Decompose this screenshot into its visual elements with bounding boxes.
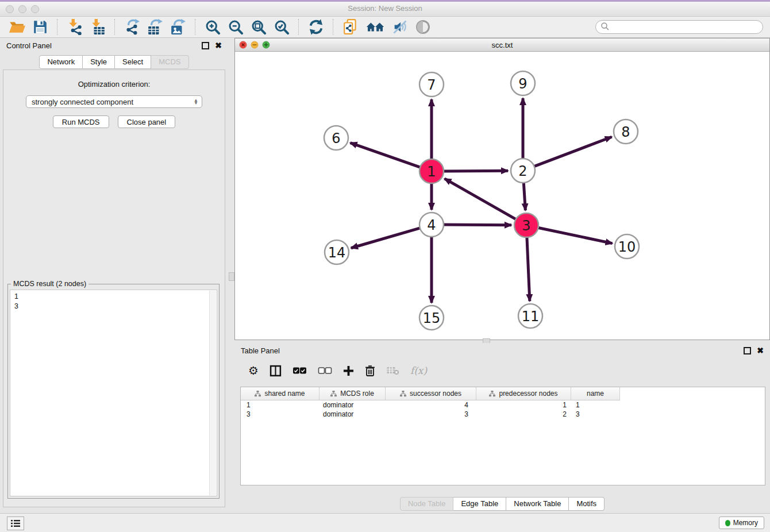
graphics-details-icon[interactable] (390, 18, 410, 36)
run-mcds-button[interactable]: Run MCDS (53, 115, 109, 128)
status-bar: Memory (0, 513, 770, 532)
table-row[interactable]: 1 dominator 4 1 1 (241, 400, 765, 410)
graph-node-label: 14 (328, 245, 346, 261)
toolbar-separator (114, 19, 116, 35)
close-table-panel-icon[interactable]: ✖ (757, 346, 764, 354)
graph-edge-1-2[interactable] (442, 171, 508, 171)
graph-node-label: 1 (427, 164, 436, 180)
tab-node-table[interactable]: Node Table (400, 497, 454, 511)
open-icon[interactable] (7, 18, 28, 36)
search-box[interactable] (595, 20, 763, 34)
save-icon[interactable] (30, 18, 51, 36)
float-table-panel-icon[interactable] (744, 347, 751, 354)
tab-mcds[interactable]: MCDS (151, 55, 188, 69)
vertical-splitter-grip[interactable] (229, 272, 234, 281)
unselect-all-columns-icon[interactable] (318, 367, 332, 375)
graph-edge-2-3[interactable] (523, 181, 525, 210)
mcds-tab-content: Optimization criterion: strongly connect… (3, 70, 225, 507)
criterion-value: strongly connected component (32, 98, 194, 106)
tab-network[interactable]: Network (39, 55, 83, 69)
export-image-icon[interactable] (168, 18, 188, 36)
memory-button[interactable]: Memory (719, 516, 764, 529)
graph-node-label: 2 (518, 163, 527, 179)
memory-label: Memory (733, 519, 758, 527)
birds-eye-view-icon[interactable] (413, 18, 433, 36)
list-icon (11, 520, 20, 527)
graph-edge-4-14[interactable] (351, 228, 422, 248)
zoom-out-icon[interactable] (225, 18, 246, 36)
control-panel-header: Control Panel ✖ (0, 38, 228, 53)
toolbar-separator (333, 19, 334, 35)
close-panel-icon[interactable]: ✖ (215, 41, 222, 49)
search-icon (600, 22, 610, 33)
table-header-row: shared name MCDS role successor nodes pr… (241, 387, 620, 400)
add-column-icon[interactable] (343, 365, 354, 376)
export-table-icon[interactable] (145, 18, 165, 36)
home-icon[interactable] (363, 18, 387, 36)
toolbar-separator (57, 19, 58, 35)
import-table-icon[interactable] (87, 18, 108, 36)
float-panel-icon[interactable] (202, 42, 209, 49)
tab-select[interactable]: Select (115, 55, 151, 69)
application-window: Session: New Session (0, 0, 770, 532)
graph-node-label: 7 (427, 77, 436, 93)
optimization-criterion-label: Optimization criterion: (3, 80, 225, 88)
column-header-name[interactable]: name (571, 387, 620, 400)
window-title: Session: New Session (0, 4, 770, 13)
graph-edge-3-11[interactable] (527, 236, 530, 301)
mcds-result-area[interactable]: 1 3 (10, 290, 217, 496)
export-network-icon[interactable] (122, 18, 143, 36)
function-builder-icon: f(x) (410, 365, 427, 376)
zoom-selected-icon[interactable] (271, 18, 292, 36)
criterion-select[interactable]: strongly connected component ▲▼ (26, 95, 202, 108)
graph-edge-2-8[interactable] (533, 137, 612, 167)
mcds-result-box: MCDS result (2 nodes) 1 3 (7, 284, 220, 499)
tab-style[interactable]: Style (83, 55, 115, 69)
select-all-columns-icon[interactable] (292, 367, 307, 375)
table-row[interactable]: 3 dominator 3 2 3 (241, 410, 765, 419)
node-table: shared name MCDS role successor nodes pr… (240, 387, 765, 485)
table-toolbar: ⚙ f(x) (241, 359, 765, 382)
network-window-controls[interactable] (239, 41, 274, 49)
graph-edge-3-10[interactable] (537, 228, 613, 244)
graph-edge-1-6[interactable] (351, 143, 422, 168)
column-header-mcds-role[interactable]: MCDS role (319, 387, 386, 400)
refresh-icon[interactable] (306, 18, 326, 36)
graph-node-label: 15 (423, 310, 441, 326)
memory-status-icon (725, 520, 730, 526)
column-header-predecessor-nodes[interactable]: predecessor nodes (476, 387, 571, 400)
network-graph[interactable]: 7968124314101511 (235, 51, 769, 340)
result-scrollbar[interactable] (209, 291, 216, 495)
graph-edge-3-1[interactable] (445, 179, 518, 220)
graph-edge-4-3[interactable] (442, 225, 511, 225)
control-panel-title: Control Panel (6, 41, 52, 50)
graph-node-label: 3 (522, 218, 530, 234)
zoom-fit-icon[interactable] (248, 18, 269, 36)
delete-table-icon (386, 366, 399, 375)
import-network-icon[interactable] (64, 18, 85, 36)
result-line: 1 (14, 292, 213, 302)
table-panel: Table Panel ✖ ⚙ (234, 343, 770, 497)
result-line: 3 (14, 302, 213, 311)
close-panel-button[interactable]: Close panel (118, 115, 176, 128)
network-window-title: scc.txt (492, 41, 513, 49)
table-panel-header: Table Panel ✖ (234, 343, 770, 358)
duplicate-network-view-icon[interactable] (340, 18, 361, 36)
delete-columns-icon[interactable] (365, 365, 375, 376)
mcds-result-title: MCDS result (2 nodes) (11, 280, 88, 288)
table-tabs: Node Table Edge Table Network Table Moti… (234, 497, 770, 511)
graph-node-label: 9 (518, 76, 527, 92)
graph-node-label: 10 (618, 239, 636, 255)
table-options-icon[interactable]: ⚙ (248, 365, 259, 376)
show-columns-icon[interactable] (270, 365, 282, 377)
search-input[interactable] (612, 22, 758, 32)
tab-motifs[interactable]: Motifs (569, 497, 605, 511)
network-canvas[interactable]: 7968124314101511 (235, 51, 769, 340)
zoom-in-icon[interactable] (202, 18, 223, 36)
tab-network-table[interactable]: Network Table (506, 497, 569, 511)
tab-edge-table[interactable]: Edge Table (453, 497, 506, 511)
column-header-successor-nodes[interactable]: successor nodes (386, 387, 476, 400)
task-history-button[interactable] (7, 516, 24, 530)
column-header-shared-name[interactable]: shared name (241, 387, 319, 400)
toolbar-separator (298, 19, 299, 35)
